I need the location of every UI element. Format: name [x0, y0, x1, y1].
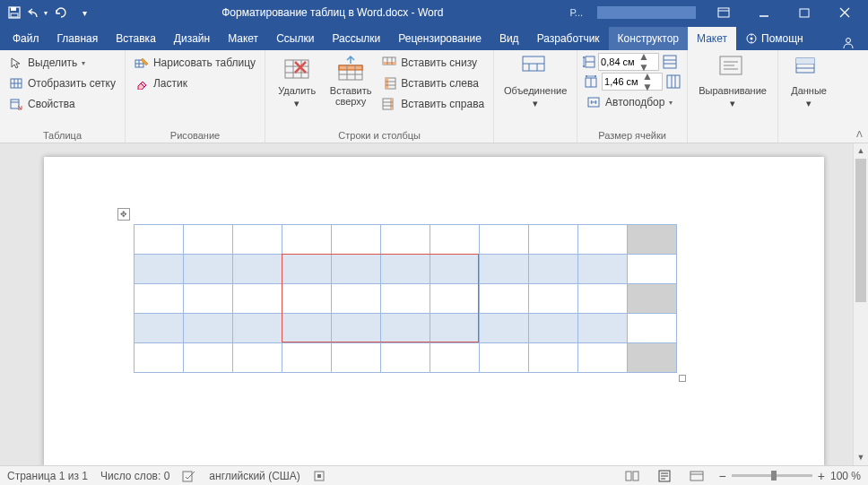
table-cell[interactable] [578, 284, 628, 314]
scroll-up-button[interactable]: ▲ [854, 143, 868, 159]
table-cell[interactable] [184, 343, 233, 373]
table-cell[interactable] [430, 343, 480, 373]
macro-icon[interactable] [313, 470, 326, 482]
insert-below-button[interactable]: Вставить снизу [378, 53, 488, 73]
table-cell[interactable] [233, 255, 282, 284]
table-cell[interactable] [381, 314, 430, 343]
tab-table-layout[interactable]: Макет [688, 27, 736, 50]
table-resize-handle[interactable] [679, 375, 686, 382]
row-height-value[interactable] [599, 56, 638, 67]
tab-review[interactable]: Рецензирование [389, 27, 490, 50]
table-move-handle[interactable]: ✥ [117, 208, 130, 221]
table-cell[interactable] [135, 343, 184, 373]
table-cell[interactable] [430, 255, 480, 284]
tell-me[interactable]: Помощн [736, 27, 812, 50]
table-cell[interactable] [282, 343, 332, 373]
page-indicator[interactable]: Страница 1 из 1 [7, 470, 88, 482]
eraser-button[interactable]: Ластик [131, 74, 259, 93]
table-cell[interactable] [480, 343, 529, 373]
vertical-scrollbar[interactable]: ▲ ▼ [853, 143, 868, 465]
pending-tip[interactable]: Р... [570, 7, 583, 18]
table-cell[interactable] [135, 284, 184, 314]
zoom-out-button[interactable]: − [719, 469, 726, 483]
table-cell[interactable] [233, 314, 282, 343]
table-cell[interactable] [529, 255, 578, 284]
table-cell[interactable] [184, 314, 233, 343]
web-layout-button[interactable] [687, 468, 707, 484]
table-cell[interactable] [282, 225, 332, 255]
share-button[interactable] [832, 36, 864, 50]
document-table[interactable] [134, 224, 677, 373]
properties-button[interactable]: Свойства [5, 94, 119, 114]
close-button[interactable] [824, 0, 864, 25]
table-cell[interactable] [529, 225, 578, 255]
tab-mailings[interactable]: Рассылки [323, 27, 389, 50]
autofit-button[interactable]: Автоподбор▾ [583, 92, 681, 112]
maximize-button[interactable] [784, 0, 824, 25]
qat-customize[interactable]: ▾ [74, 3, 95, 22]
table-cell[interactable] [282, 284, 332, 314]
minimize-button[interactable] [743, 0, 784, 25]
collapse-ribbon-button[interactable]: ᐱ [856, 129, 863, 139]
account-area[interactable] [597, 6, 696, 19]
zoom-in-button[interactable]: + [818, 469, 825, 483]
read-mode-button[interactable] [622, 468, 642, 484]
table-cell[interactable] [578, 343, 628, 373]
insert-above-button[interactable]: Вставить сверху [325, 53, 377, 108]
table-cell[interactable] [628, 225, 677, 255]
table-cell[interactable] [135, 255, 184, 284]
document-area[interactable]: ✥ [0, 143, 868, 465]
table-cell[interactable] [381, 284, 430, 314]
table-cell[interactable] [332, 255, 381, 284]
select-button[interactable]: Выделить▾ [5, 53, 119, 73]
tab-home[interactable]: Главная [48, 27, 108, 50]
table-cell[interactable] [282, 314, 332, 343]
zoom-slider[interactable] [732, 474, 812, 477]
table-cell[interactable] [282, 255, 332, 284]
insert-left-button[interactable]: Вставить слева [378, 74, 488, 93]
zoom-handle[interactable] [771, 471, 777, 481]
table-cell[interactable] [480, 284, 529, 314]
tab-view[interactable]: Вид [490, 27, 528, 50]
table-cell[interactable] [480, 314, 529, 343]
distribute-cols-button[interactable] [665, 74, 681, 90]
proofing-icon[interactable] [182, 470, 196, 482]
table-cell[interactable] [332, 225, 381, 255]
table-cell[interactable] [529, 314, 578, 343]
tab-insert[interactable]: Вставка [107, 27, 165, 50]
table-cell[interactable] [578, 255, 628, 284]
table-cell[interactable] [135, 314, 184, 343]
table-cell[interactable] [480, 225, 529, 255]
language-indicator[interactable]: английский (США) [209, 470, 299, 482]
table-cell[interactable] [628, 343, 677, 373]
table-cell[interactable] [628, 284, 677, 314]
table-cell[interactable] [381, 225, 430, 255]
tab-design[interactable]: Дизайн [165, 27, 219, 50]
undo-button[interactable]: ▾ [27, 3, 48, 22]
alignment-button[interactable]: Выравнивание▾ [693, 53, 772, 110]
zoom-value[interactable]: 100 % [830, 470, 861, 482]
table-cell[interactable] [529, 343, 578, 373]
col-width-input[interactable]: ▲▼ [602, 73, 663, 91]
table-cell[interactable] [628, 255, 677, 284]
table-cell[interactable] [184, 225, 233, 255]
table-cell[interactable] [578, 225, 628, 255]
tab-file[interactable]: Файл [4, 27, 48, 50]
tab-developer[interactable]: Разработчик [528, 27, 609, 50]
data-button[interactable]: Данные▾ [784, 53, 834, 110]
word-count[interactable]: Число слов: 0 [100, 470, 169, 482]
scroll-down-button[interactable]: ▼ [854, 450, 868, 465]
print-layout-button[interactable] [655, 468, 674, 484]
merge-button[interactable]: Объединение▾ [499, 53, 571, 110]
table-cell[interactable] [480, 255, 529, 284]
table-cell[interactable] [381, 343, 430, 373]
table-cell[interactable] [529, 284, 578, 314]
redo-button[interactable] [50, 3, 72, 22]
table-cell[interactable] [430, 284, 480, 314]
tab-references[interactable]: Ссылки [267, 27, 323, 50]
save-button[interactable] [4, 3, 25, 22]
table-cell[interactable] [135, 225, 184, 255]
scroll-thumb[interactable] [855, 159, 866, 302]
delete-button[interactable]: Удалить▾ [271, 53, 323, 110]
tab-table-design[interactable]: Конструктор [609, 27, 688, 50]
